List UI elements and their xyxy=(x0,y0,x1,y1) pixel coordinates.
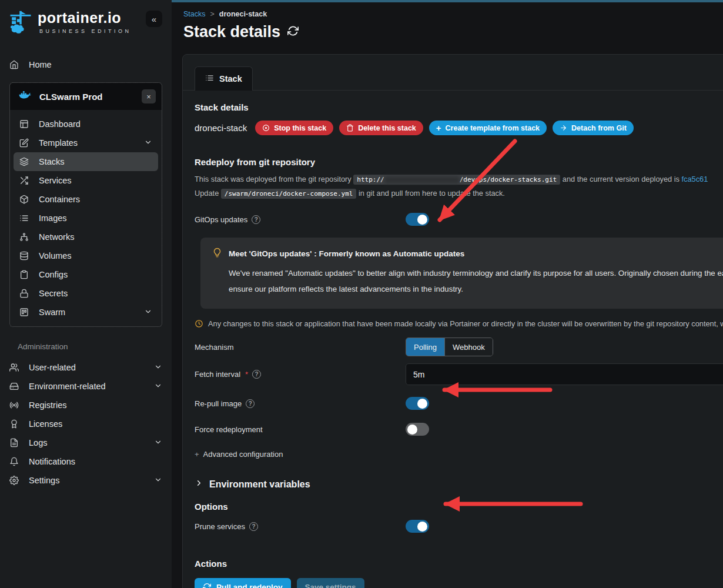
volumes-icon xyxy=(19,251,29,260)
networks-icon xyxy=(19,232,29,242)
repull-label: Re-pull image ? xyxy=(195,399,406,408)
sidebar-item-label: Home xyxy=(29,60,52,69)
overwrite-warning: Any changes to this stack or application… xyxy=(195,319,723,328)
actions-heading: Actions xyxy=(195,559,723,569)
main-content: Stacks > droneci-stack Stack details Sta… xyxy=(172,0,723,588)
plus-icon: + xyxy=(436,123,441,133)
environment-header[interactable]: CLSwarm Prod × xyxy=(10,83,162,110)
sidebar-item-settings[interactable]: Settings xyxy=(0,471,172,490)
services-icon xyxy=(19,176,29,185)
force-redeploy-toggle[interactable] xyxy=(406,423,429,436)
users-icon xyxy=(9,363,19,372)
sidebar-item-environment-related[interactable]: Environment-related xyxy=(0,377,172,396)
sidebar-item-label: Notifications xyxy=(29,457,75,466)
portainer-logo-icon xyxy=(8,9,33,38)
configs-icon xyxy=(19,270,29,279)
tab-bar: Stack xyxy=(183,55,723,91)
redacted-host xyxy=(384,176,460,183)
sidebar-item-registries[interactable]: Registries xyxy=(0,396,172,415)
environments-icon xyxy=(9,382,19,391)
prune-toggle[interactable] xyxy=(406,520,429,533)
sidebar-item-dashboard[interactable]: Dashboard xyxy=(14,115,158,133)
brand-subtitle: BUSINESS EDITION xyxy=(39,28,132,34)
redeploy-heading: Redeploy from git repository xyxy=(195,157,723,167)
mechanism-webhook-button[interactable]: Webhook xyxy=(444,338,493,356)
sidebar-item-label: Environment-related xyxy=(29,382,106,391)
sidebar-item-networks[interactable]: Networks xyxy=(14,228,158,246)
gitops-toggle[interactable] xyxy=(406,213,429,226)
sidebar-item-secrets[interactable]: Secrets xyxy=(14,284,158,303)
lightbulb-icon xyxy=(212,248,222,259)
actions-buttons: Pull and redeploy Save settings xyxy=(195,578,723,588)
version-link[interactable]: fca5c61 xyxy=(682,175,708,183)
chevron-right-icon xyxy=(195,479,203,490)
sidebar-item-containers[interactable]: Containers xyxy=(14,190,158,209)
sidebar-item-swarm[interactable]: Swarm xyxy=(14,303,158,322)
repull-toggle[interactable] xyxy=(406,397,429,410)
tab-stack[interactable]: Stack xyxy=(195,66,253,91)
chevron-down-icon xyxy=(154,438,162,448)
fetch-interval-row: Fetch interval* ? xyxy=(195,363,723,385)
environment-close-icon[interactable]: × xyxy=(142,89,156,103)
refresh-icon xyxy=(203,583,211,588)
fetch-interval-input[interactable] xyxy=(406,363,723,385)
breadcrumb-separator: > xyxy=(210,10,215,18)
stack-details-heading: Stack details xyxy=(195,102,723,112)
deploy-info-line: This stack was deployed from the git rep… xyxy=(195,175,723,183)
sidebar-item-templates[interactable]: Templates xyxy=(14,133,158,152)
sidebar-item-volumes[interactable]: Volumes xyxy=(14,246,158,265)
sidebar-item-services[interactable]: Services xyxy=(14,171,158,190)
button-label: Create template from stack xyxy=(446,124,540,132)
sidebar-item-label: Registries xyxy=(29,400,66,410)
environment-variables-label: Environment variables xyxy=(209,479,310,490)
sidebar-item-configs[interactable]: Configs xyxy=(14,265,158,284)
info-panel-title: Meet 'GitOps updates' : Formerly known a… xyxy=(229,249,464,258)
environment-name: CLSwarm Prod xyxy=(39,92,103,102)
sidebar-item-home[interactable]: Home xyxy=(0,55,172,74)
help-icon[interactable]: ? xyxy=(249,522,258,531)
breadcrumb-stacks-link[interactable]: Stacks xyxy=(183,10,206,18)
button-label: Stop this stack xyxy=(274,124,326,132)
help-icon[interactable]: ? xyxy=(252,215,260,224)
mechanism-button-group: Polling Webhook xyxy=(406,338,493,356)
sidebar-item-label: Swarm xyxy=(39,308,65,317)
sidebar-item-label: Templates xyxy=(39,138,78,148)
repull-row: Re-pull image ? xyxy=(195,396,723,411)
list-icon xyxy=(205,74,214,84)
sidebar-collapse-button[interactable]: « xyxy=(146,11,162,27)
templates-icon xyxy=(19,138,29,148)
detach-from-git-button[interactable]: Detach from Git xyxy=(553,121,634,135)
sidebar-item-stacks[interactable]: Stacks xyxy=(14,152,158,171)
plus-icon: + xyxy=(195,450,199,459)
sidebar: portainer.io BUSINESS EDITION « Home CLS… xyxy=(0,0,172,588)
portainer-app: { "brand": { "name": "portainer.io", "su… xyxy=(0,0,723,588)
card-body: Stack details droneci-stack Stop this st… xyxy=(183,91,723,588)
sidebar-item-licenses[interactable]: Licenses xyxy=(0,415,172,433)
mechanism-polling-button[interactable]: Polling xyxy=(406,338,444,356)
button-label: Delete this stack xyxy=(358,124,416,132)
dashboard-icon xyxy=(19,119,29,129)
sidebar-item-notifications[interactable]: Notifications xyxy=(0,452,172,471)
sidebar-item-logs[interactable]: Logs xyxy=(0,433,172,452)
advanced-configuration-link[interactable]: + Advanced configuration xyxy=(195,450,723,459)
chevron-down-icon xyxy=(154,476,162,486)
refresh-icon[interactable] xyxy=(287,25,299,39)
compose-path-code: /swarm/droneci/docker-compose.yml xyxy=(221,189,357,199)
save-settings-button[interactable]: Save settings xyxy=(297,578,364,588)
sidebar-item-label: Volumes xyxy=(39,251,72,260)
delete-stack-button[interactable]: Delete this stack xyxy=(339,121,423,135)
pull-and-redeploy-button[interactable]: Pull and redeploy xyxy=(195,578,291,588)
sidebar-item-label: Settings xyxy=(29,476,59,485)
images-icon xyxy=(19,213,29,223)
help-icon[interactable]: ? xyxy=(252,370,261,379)
create-template-button[interactable]: + Create template from stack xyxy=(429,121,547,135)
registries-icon xyxy=(9,400,19,410)
help-icon[interactable]: ? xyxy=(246,399,255,408)
sidebar-item-images[interactable]: Images xyxy=(14,209,158,228)
clock-warning-icon xyxy=(195,319,203,328)
button-label: Detach from Git xyxy=(571,124,627,132)
stop-stack-button[interactable]: Stop this stack xyxy=(255,121,333,135)
environment-variables-section[interactable]: Environment variables xyxy=(195,479,723,490)
stop-circle-icon xyxy=(262,124,270,132)
sidebar-item-user-related[interactable]: User-related xyxy=(0,358,172,377)
